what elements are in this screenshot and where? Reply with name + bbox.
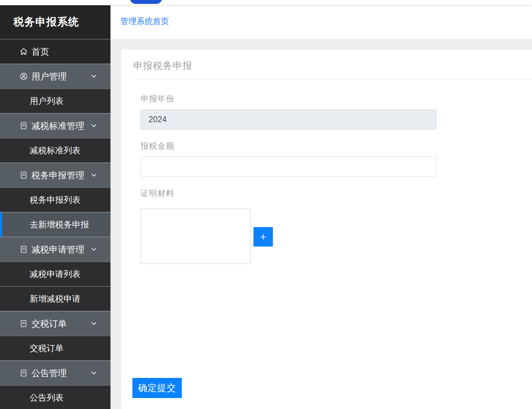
- page-title: 申报税务申报: [133, 59, 192, 72]
- sidebar-item-label: 减税标准列表: [30, 145, 80, 156]
- user-icon: [19, 72, 28, 81]
- chevron-down-icon: [90, 369, 98, 377]
- sidebar-item-label: 去新增税务申报: [30, 219, 89, 230]
- chevron-down-icon: [90, 320, 98, 327]
- sidebar-group-announcements[interactable]: 公告管理: [0, 360, 110, 385]
- app-title: 税务申报系统: [0, 5, 110, 39]
- proof-material-label: 证明材料: [141, 188, 174, 199]
- sidebar-item-home[interactable]: 首页: [0, 39, 110, 64]
- sidebar-item-label: 减税申请列表: [30, 268, 80, 280]
- sidebar-item-add-tax-reduction-request[interactable]: 新增减税申请: [0, 286, 110, 311]
- document-icon: [19, 369, 28, 377]
- sidebar-item-label: 新增减税申请: [30, 293, 80, 304]
- sidebar-item-tax-payment-orders[interactable]: 交税订单: [0, 336, 110, 360]
- top-strip: [0, 0, 532, 5]
- sidebar-group-label: 用户管理: [31, 71, 67, 82]
- sidebar-item-label: 税务申报列表: [30, 194, 80, 206]
- proof-material-preview-box: [141, 209, 251, 264]
- title-divider: [132, 79, 532, 79]
- sidebar-group-user-management[interactable]: 用户管理: [0, 64, 110, 88]
- chevron-down-icon: [90, 171, 98, 179]
- document-icon: [19, 245, 28, 254]
- chevron-down-icon: [90, 245, 98, 253]
- sidebar-item-tax-declaration-list[interactable]: 税务申报列表: [0, 187, 110, 212]
- sidebar-group-label: 减税标准管理: [31, 120, 84, 132]
- sidebar-group-label: 减税申请管理: [31, 244, 84, 255]
- sidebar-item-label: 公告列表: [30, 392, 64, 403]
- sidebar-group-label: 公告管理: [31, 367, 67, 379]
- sidebar-group-tax-payment-orders[interactable]: 交税订单: [0, 311, 110, 336]
- top-pill-button[interactable]: [130, 0, 162, 4]
- declaration-year-label: 申报年份: [141, 93, 174, 104]
- sidebar-item-label: 首页: [31, 46, 49, 58]
- sidebar-group-label: 交税订单: [31, 318, 67, 330]
- sidebar-item-user-list[interactable]: 用户列表: [0, 88, 110, 113]
- sidebar-item-label: 交税订单: [30, 343, 64, 354]
- active-indicator-bar: [0, 213, 2, 237]
- breadcrumb-home-link[interactable]: 管理系统首页: [120, 16, 169, 27]
- tax-amount-input[interactable]: [141, 156, 436, 177]
- document-icon: [19, 319, 28, 328]
- sidebar-menu: 首页 用户管理 用户列表 减税标准管理 减税标准列表 税务申报管理 税务申报列表: [0, 39, 110, 409]
- sidebar-item-announcement-list[interactable]: 公告列表: [0, 385, 110, 409]
- home-icon: [19, 47, 28, 56]
- sidebar-item-tax-reduction-standard-list[interactable]: 减税标准列表: [0, 138, 110, 162]
- sidebar-group-tax-reduction-request[interactable]: 减税申请管理: [0, 237, 110, 261]
- chevron-down-icon: [90, 122, 98, 130]
- document-icon: [19, 121, 28, 130]
- declaration-form-card: 申报税务申报 申报年份 报税金额 证明材料 + 确定提交: [121, 49, 532, 409]
- sidebar-group-tax-declaration[interactable]: 税务申报管理: [0, 162, 110, 187]
- sidebar-item-label: 用户列表: [30, 95, 64, 107]
- tax-amount-label: 报税金额: [141, 141, 174, 152]
- sidebar-group-label: 税务申报管理: [31, 170, 84, 181]
- header-bar: 管理系统首页: [110, 5, 532, 39]
- declaration-year-input[interactable]: [141, 109, 436, 130]
- sidebar-group-tax-reduction-standard[interactable]: 减税标准管理: [0, 113, 110, 138]
- document-icon: [19, 171, 28, 179]
- upload-add-button[interactable]: +: [253, 227, 273, 247]
- sidebar-item-add-tax-declaration[interactable]: 去新增税务申报: [0, 212, 110, 237]
- chevron-down-icon: [90, 72, 98, 80]
- sidebar-item-tax-reduction-request-list[interactable]: 减税申请列表: [0, 261, 110, 286]
- sidebar: 税务申报系统 首页 用户管理 用户列表 减税标准管理 减税标准列表 税务申报管理: [0, 5, 110, 409]
- submit-button[interactable]: 确定提交: [132, 378, 182, 398]
